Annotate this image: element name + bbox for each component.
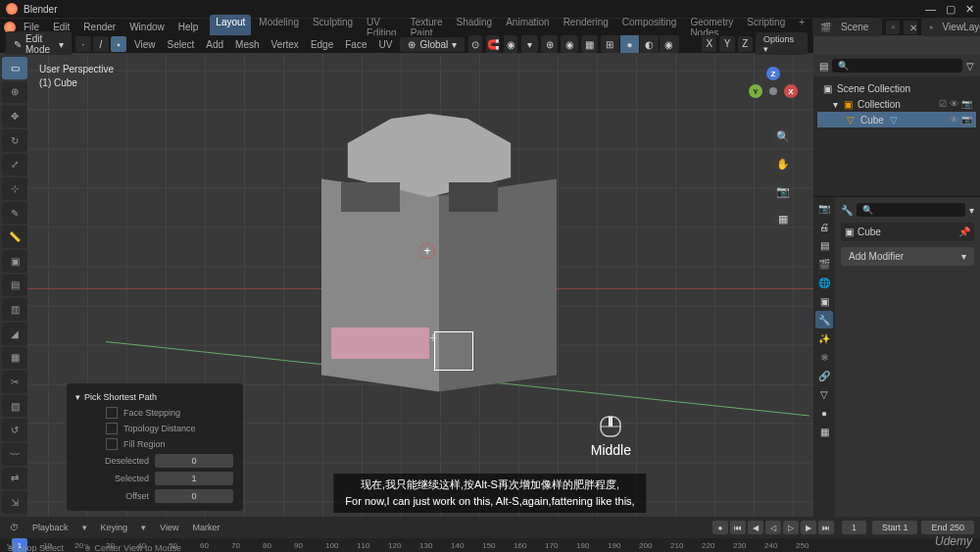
gizmo-z-icon[interactable]: Z (766, 67, 780, 80)
pin-icon[interactable]: 📌 (958, 226, 970, 237)
menu-uv[interactable]: UV (374, 37, 396, 52)
timeline-ruler[interactable]: 1 🖱 Loop Select 🖱 Center View to Mouse 1… (0, 538, 980, 552)
tl-keynext-icon[interactable]: ▶ (801, 521, 816, 534)
tool-scale[interactable]: ⤢ (2, 154, 27, 176)
xray-toggle-icon[interactable]: ▦ (581, 35, 598, 53)
offset-value[interactable]: 0 (155, 489, 233, 503)
tl-play-icon[interactable]: ▷ (783, 521, 799, 534)
face-select-mode[interactable]: ▪ (111, 36, 126, 52)
tool-inset[interactable]: ▥ (2, 298, 27, 321)
frame-start[interactable]: Start 1 (872, 521, 918, 534)
tl-keying[interactable]: Keying (97, 521, 132, 534)
coll-exclude-icon[interactable]: ☑ (939, 99, 947, 109)
menu-window[interactable]: Window (123, 20, 171, 34)
menu-face[interactable]: Face (341, 37, 370, 52)
tool-add-cube[interactable]: ▣ (2, 250, 27, 273)
selected-value[interactable]: 1 (155, 472, 233, 485)
proptab-render[interactable]: 📷 (815, 199, 833, 217)
tl-marker[interactable]: Marker (188, 521, 223, 534)
options-dropdown[interactable]: Options ▾ (756, 32, 808, 56)
tool-measure[interactable]: 📏 (2, 226, 27, 248)
coll-hide-icon[interactable]: 👁 (950, 99, 958, 109)
proptab-scene[interactable]: 🎬 (815, 255, 833, 273)
tool-spin[interactable]: ↺ (2, 419, 27, 441)
face-stepping-checkbox[interactable] (106, 407, 118, 419)
camera-icon[interactable]: 📷 (772, 180, 794, 202)
tl-keyprev-icon[interactable]: ◀ (748, 521, 763, 534)
gizmo-toggle-icon[interactable]: ⊕ (541, 35, 558, 53)
outliner-editor-icon[interactable]: ▤ (819, 61, 828, 72)
tool-move[interactable]: ✥ (2, 105, 27, 127)
proptab-particle[interactable]: ✨ (815, 329, 833, 347)
pan-icon[interactable]: ✋ (772, 153, 794, 175)
props-editor-icon[interactable]: 🔧 (841, 205, 853, 216)
tree-cube[interactable]: ▽Cube▽👁📷 (817, 112, 976, 127)
overlay-toggle-icon[interactable]: ◉ (561, 35, 577, 53)
zoom-icon[interactable]: 🔍 (772, 125, 794, 147)
proptab-physics[interactable]: ⚛ (815, 348, 833, 366)
wireframe-shading[interactable]: ⊞ (601, 35, 620, 53)
proptab-world[interactable]: 🌐 (815, 274, 833, 291)
proportional-icon[interactable]: ◉ (504, 35, 517, 53)
3d-viewport[interactable]: User Perspective (1) Cube + Z Y X 🔍 ✋ 📷 … (27, 55, 813, 517)
maximize-button[interactable]: ▢ (946, 3, 956, 16)
tl-playback[interactable]: Playback (28, 521, 73, 534)
timeline-editor-icon[interactable]: ⏱ (6, 521, 23, 534)
proptab-modifier[interactable]: 🔧 (815, 311, 833, 328)
tl-autokey-icon[interactable]: ● (712, 521, 728, 534)
minimize-button[interactable]: — (925, 3, 936, 16)
solid-shading[interactable]: ● (620, 35, 640, 53)
xyz-y[interactable]: Y (719, 36, 734, 52)
props-search[interactable]: 🔍 (857, 203, 965, 217)
outliner-search[interactable]: 🔍 (832, 59, 962, 73)
mesh-edit-icon[interactable]: ▾ (521, 35, 538, 53)
frame-current[interactable]: 1 (842, 521, 866, 534)
menu-view[interactable]: View (130, 37, 160, 52)
nav-gizmo[interactable]: Z Y X (749, 67, 798, 116)
scene-new-icon[interactable]: ✕ (904, 21, 917, 34)
proptab-mesh[interactable]: ▽ (815, 385, 833, 403)
matprev-shading[interactable]: ◐ (640, 35, 660, 53)
frame-end[interactable]: End 250 (921, 521, 974, 534)
menu-mesh[interactable]: Mesh (231, 37, 263, 52)
cube-hide-icon[interactable]: 👁 (950, 115, 958, 125)
persp-icon[interactable]: ▦ (772, 208, 794, 229)
edge-select-mode[interactable]: / (93, 36, 109, 52)
tool-polybuild[interactable]: ▧ (2, 395, 27, 418)
viewlayer-selector[interactable]: ▫ ViewLayer (921, 18, 980, 36)
proptab-output[interactable]: 🖨 (815, 218, 833, 235)
props-breadcrumb[interactable]: ▣ Cube📌 (841, 223, 974, 241)
tool-cursor[interactable]: ⊕ (2, 81, 27, 104)
menu-help[interactable]: Help (172, 20, 205, 34)
tool-select-box[interactable]: ▭ (2, 57, 27, 79)
menu-render[interactable]: Render (77, 20, 122, 34)
tool-rotate[interactable]: ↻ (2, 129, 27, 152)
rendered-shading[interactable]: ◉ (660, 35, 679, 53)
tree-scene-collection[interactable]: ▣Scene Collection (817, 80, 976, 96)
menu-add[interactable]: Add (202, 37, 227, 52)
fill-region-checkbox[interactable] (106, 438, 118, 450)
xyz-z[interactable]: Z (738, 36, 753, 52)
tool-smooth[interactable]: 〰 (2, 443, 27, 466)
deselected-value[interactable]: 0 (155, 454, 233, 468)
tl-view[interactable]: View (156, 521, 182, 534)
snap-icon[interactable]: 🧲 (486, 35, 500, 53)
coll-render-icon[interactable]: 📷 (961, 99, 972, 109)
tl-playrev-icon[interactable]: ◁ (765, 521, 781, 534)
tool-extrude[interactable]: ▤ (2, 275, 27, 297)
operator-panel[interactable]: ▾ Pick Shortest Path Face Stepping Topol… (67, 383, 243, 511)
outliner-filter-icon[interactable]: ▽ (966, 61, 974, 72)
props-opts-icon[interactable]: ▾ (969, 205, 974, 216)
cube-render-icon[interactable]: 📷 (961, 115, 972, 125)
proptab-texture[interactable]: ▦ (815, 423, 833, 440)
tl-jump-start-icon[interactable]: ⏮ (730, 521, 746, 534)
gizmo-y-icon[interactable]: Y (749, 84, 762, 98)
vertex-select-mode[interactable]: · (75, 36, 91, 52)
mode-selector[interactable]: ✎ Edit Mode ▾ (6, 31, 72, 57)
proptab-constraint[interactable]: 🔗 (815, 367, 833, 384)
scene-browse-icon[interactable]: ▫ (886, 21, 900, 34)
pivot-icon[interactable]: ⊙ (468, 35, 482, 53)
proptab-object[interactable]: ▣ (815, 292, 833, 310)
menu-edge[interactable]: Edge (307, 37, 337, 52)
orientation-selector[interactable]: ⊕ Global ▾ (400, 37, 465, 52)
